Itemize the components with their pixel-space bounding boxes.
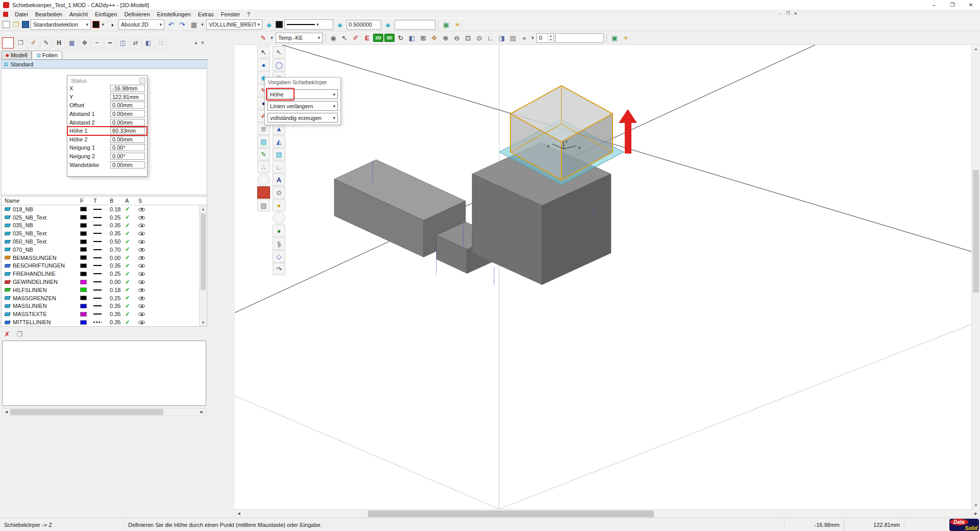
layer-visibility-eye[interactable] xyxy=(138,303,156,309)
temp-ke-select[interactable]: Temp.-KE▾ xyxy=(276,33,323,43)
layer-row[interactable]: BEMASSUNGEN0.00✓ xyxy=(2,254,207,262)
layer-visibility-eye[interactable] xyxy=(138,311,156,317)
layer-row[interactable]: 035_NB_Text0.35✓ xyxy=(2,229,207,237)
sphere-tool-icon[interactable]: ● xyxy=(257,59,270,71)
erzeugen-select[interactable]: vollständig erzeugen▾ xyxy=(267,113,338,123)
layer-active-check[interactable]: ✓ xyxy=(125,206,138,212)
layer-linetype[interactable] xyxy=(93,322,102,323)
layer-color-swatch[interactable] xyxy=(80,215,87,220)
layer-active-check[interactable]: ✓ xyxy=(125,271,138,277)
maximize-button[interactable]: ❐ xyxy=(943,0,962,10)
ball-green-icon[interactable]: ● xyxy=(273,225,285,237)
lighting-bulb-icon[interactable]: ☀ xyxy=(621,33,631,43)
iso-view-icon[interactable]: ◧ xyxy=(407,33,417,43)
layer-color-swatch[interactable] xyxy=(80,263,87,268)
layer-linetype[interactable] xyxy=(93,265,102,266)
linien-select[interactable]: Linien verlängern▾ xyxy=(267,101,338,111)
box-3d-icon[interactable]: ◧ xyxy=(142,37,154,49)
layer-active-check[interactable]: ✓ xyxy=(125,311,138,318)
viewport-hscrollbar[interactable]: ◀ ▶ xyxy=(235,509,980,518)
status-field-value[interactable]: 0.00mm xyxy=(110,119,145,126)
layer-linetype[interactable] xyxy=(93,289,102,291)
zoom-in-icon[interactable]: ⊕ xyxy=(440,33,451,43)
hatch-small-icon[interactable]: ▨ xyxy=(257,199,270,211)
zoom-all-icon[interactable]: ⊙ xyxy=(474,33,484,43)
layer-row[interactable]: MASSLINIEN0.35✓ xyxy=(2,302,207,310)
texture-image-icon[interactable]: ▣ xyxy=(609,33,620,43)
scroll-up-icon[interactable]: ▲ xyxy=(200,205,207,213)
layer-linetype[interactable] xyxy=(93,313,102,315)
status-field-value[interactable]: 0.00mm xyxy=(110,161,145,168)
text-tool-icon[interactable]: A xyxy=(273,174,285,186)
scroll-down-icon[interactable]: ▼ xyxy=(972,501,980,509)
layer-active-check[interactable]: ✓ xyxy=(125,286,138,293)
value-input[interactable] xyxy=(555,33,604,43)
layer-color-swatch[interactable] xyxy=(80,304,87,308)
axis-spinner[interactable]: 0 ▲ ▼ xyxy=(536,33,554,43)
edit-element-icon[interactable]: E xyxy=(362,33,372,43)
layer-active-check[interactable]: ✓ xyxy=(125,246,138,253)
layer-linetype[interactable] xyxy=(93,273,102,274)
scroll-right-icon[interactable]: ▶ xyxy=(198,408,206,416)
layer-active-check[interactable]: ✓ xyxy=(125,230,138,237)
scroll-thumb[interactable] xyxy=(201,213,206,290)
layer-linetype[interactable] xyxy=(93,305,102,306)
layer-row[interactable]: 050_NB_Text0.50✓ xyxy=(2,237,207,246)
copy-sheet-icon[interactable]: ❐ xyxy=(15,37,27,49)
layer-table-scrollbar[interactable]: ▲ ▼ xyxy=(199,205,207,326)
snap-compass-icon[interactable]: ◉ xyxy=(328,33,338,43)
layer-linetype[interactable] xyxy=(93,209,102,210)
spheres-icon[interactable]: ∴ xyxy=(257,161,270,173)
message-box[interactable] xyxy=(2,341,206,406)
coord-mode-select[interactable]: Absolut 2D▾ xyxy=(118,19,164,30)
scroll-up-icon[interactable]: ▲ xyxy=(972,45,980,53)
scroll-left-icon[interactable]: ◀ xyxy=(235,510,243,518)
selection-mode-select[interactable]: Standardselektion▾ xyxy=(31,19,91,30)
height-tool-icon[interactable]: H xyxy=(53,37,65,49)
panel-collapse-icon[interactable]: ◂ xyxy=(192,37,199,49)
linestyle-select[interactable]: ▾ xyxy=(284,19,333,30)
layer-linetype[interactable] xyxy=(93,249,102,250)
undo-icon[interactable]: ↶ xyxy=(166,19,176,30)
layer-linetype[interactable] xyxy=(93,241,102,242)
sketch-chevron-icon[interactable]: ▾ xyxy=(270,33,274,43)
layer-color-swatch[interactable] xyxy=(80,320,87,325)
layer-linetype[interactable] xyxy=(93,257,102,258)
layer-row[interactable]: HILFSLINIEN0.18✓ xyxy=(2,286,207,294)
mode-2d-badge[interactable]: 2D xyxy=(373,34,383,42)
redline-pen-icon[interactable]: ✐ xyxy=(351,33,361,43)
layer-color-swatch[interactable] xyxy=(80,223,87,228)
layer-row[interactable]: 025_NB_Text0.25✓ xyxy=(2,213,207,222)
aux-field[interactable] xyxy=(395,20,435,30)
layer-color-swatch[interactable] xyxy=(80,272,87,276)
scroll-down-icon[interactable]: ▼ xyxy=(200,319,207,326)
layer-style-icon[interactable]: ◈ xyxy=(335,19,345,30)
zoom-fit-icon[interactable]: ⊡ xyxy=(463,33,473,43)
layer-color-swatch[interactable] xyxy=(80,231,87,236)
spinner-down-icon[interactable]: ▼ xyxy=(548,38,553,42)
ball-yellow-icon[interactable]: ● xyxy=(273,199,285,211)
render-image-icon[interactable]: ▣ xyxy=(441,19,451,30)
eraser-icon[interactable] xyxy=(257,186,270,199)
mdi-close-button[interactable]: ✕ xyxy=(792,10,799,17)
select-plus-icon[interactable]: ↖ xyxy=(273,46,285,58)
layer-visibility-eye[interactable] xyxy=(138,295,156,301)
viewport-vscrollbar[interactable]: ▲ ▼ xyxy=(971,45,980,509)
layer-visibility-eye[interactable] xyxy=(138,247,156,253)
header-t[interactable]: T xyxy=(93,198,110,204)
layer-visibility-eye[interactable] xyxy=(138,262,156,269)
spinner-up-icon[interactable]: ▲ xyxy=(548,34,553,38)
info-blue-icon[interactable]: i xyxy=(273,212,285,224)
layer-linetype[interactable] xyxy=(93,233,102,234)
layer-visibility-eye[interactable] xyxy=(138,287,156,293)
layer-row[interactable]: FREIHANDLINIE0.25✓ xyxy=(2,270,207,278)
status-field-value[interactable]: 0.00mm xyxy=(110,136,145,143)
light-bulb-icon[interactable]: ☀ xyxy=(452,19,462,30)
delete-layer-icon[interactable]: ✗ xyxy=(2,329,12,339)
layer-color-swatch[interactable] xyxy=(80,296,87,300)
magnifier-icon[interactable]: ⊙ xyxy=(273,186,285,199)
status-field-value[interactable]: 0.00mm xyxy=(110,102,145,109)
layer-color-swatch[interactable] xyxy=(80,255,87,260)
helix-icon[interactable]: § xyxy=(273,237,285,250)
zoom-window-icon[interactable]: ⊞ xyxy=(418,33,428,43)
